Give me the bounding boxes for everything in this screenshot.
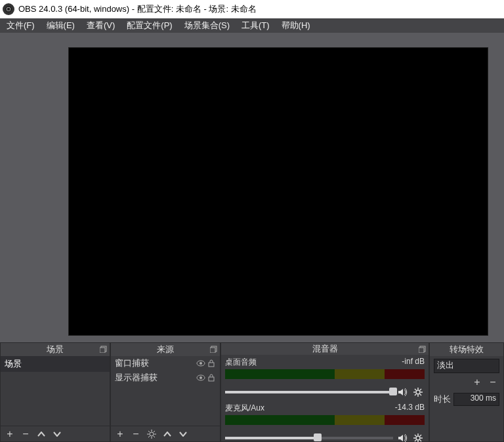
svg-line-21 (154, 431, 155, 432)
svg-line-20 (148, 436, 150, 437)
svg-line-29 (415, 389, 416, 390)
transitions-title-label: 转场特效 (450, 344, 484, 355)
svg-line-30 (420, 394, 421, 395)
svg-point-8 (200, 362, 202, 365)
volume-slider[interactable] (225, 391, 393, 393)
undock-icon[interactable] (210, 345, 218, 353)
add-transition-button[interactable]: + (471, 376, 484, 389)
svg-point-24 (416, 390, 420, 394)
svg-point-2 (7, 8, 10, 11)
volume-slider[interactable] (225, 437, 393, 439)
sources-title-label: 来源 (157, 344, 174, 355)
svg-line-18 (148, 431, 150, 432)
svg-rect-6 (210, 348, 215, 353)
dock-row: 场景 场景 + − 来源 窗口捕获 (0, 342, 504, 442)
scene-list: 场景 (1, 356, 110, 426)
workspace (0, 33, 504, 342)
mixer-channel: 麦克风/Aux -14.3 dB -60-55-50-45-40-35-30-2… (225, 403, 425, 442)
scenes-toolbar: + − (1, 426, 110, 441)
svg-line-41 (420, 435, 421, 436)
duration-input[interactable]: 300 ms (453, 393, 499, 406)
svg-line-40 (415, 440, 416, 441)
move-source-up-button[interactable] (161, 428, 174, 441)
channel-level: -inf dB (402, 357, 425, 368)
mixer-panel: 混音器 桌面音频 -inf dB -60-55-50-45-40-35-30-2… (220, 342, 429, 442)
scenes-panel-title: 场景 (1, 343, 110, 356)
scene-item[interactable]: 场景 (1, 356, 110, 372)
transitions-panel-title: 转场特效 (430, 343, 503, 356)
transitions-panel: 转场特效 淡出 + − 时长 300 ms (429, 342, 504, 442)
add-scene-button[interactable]: + (3, 428, 16, 441)
visibility-icon[interactable] (196, 373, 205, 382)
mute-icon[interactable] (396, 386, 409, 399)
svg-rect-23 (419, 348, 424, 353)
remove-scene-button[interactable]: − (19, 428, 32, 441)
channel-settings-icon[interactable] (411, 432, 425, 442)
undock-icon[interactable] (100, 345, 108, 353)
window-title: OBS 24.0.3 (64-bit, windows) - 配置文件: 未命名… (18, 3, 257, 15)
svg-rect-12 (209, 377, 214, 381)
menu-view[interactable]: 查看(V) (87, 20, 115, 31)
svg-line-31 (415, 394, 416, 395)
mixer-channel: 桌面音频 -inf dB -60-55-50-45-40-35-30-25-20… (225, 357, 425, 399)
titlebar: OBS 24.0.3 (64-bit, windows) - 配置文件: 未命名… (0, 0, 504, 18)
scenes-panel: 场景 场景 + − (0, 342, 110, 442)
channel-level: -14.3 dB (395, 403, 425, 414)
preview-canvas[interactable] (68, 47, 488, 336)
source-item-label: 显示器捕获 (115, 372, 196, 384)
audio-meter (225, 369, 425, 379)
menu-edit[interactable]: 编辑(E) (47, 20, 75, 31)
sources-panel: 来源 窗口捕获 显示器捕获 (110, 342, 220, 442)
svg-point-13 (150, 432, 154, 436)
channel-name: 麦克风/Aux (225, 403, 264, 414)
mute-icon[interactable] (396, 432, 409, 442)
menu-profile[interactable]: 配置文件(P) (127, 20, 172, 31)
add-source-button[interactable]: + (114, 428, 127, 441)
source-properties-button[interactable] (145, 428, 158, 441)
visibility-icon[interactable] (196, 359, 205, 368)
remove-transition-button[interactable]: − (486, 376, 499, 389)
source-item-label: 窗口捕获 (115, 357, 196, 369)
move-scene-down-button[interactable] (51, 428, 64, 441)
move-scene-up-button[interactable] (35, 428, 48, 441)
svg-line-39 (420, 440, 421, 441)
duration-label: 时长 (434, 393, 451, 405)
obs-logo-icon (3, 3, 14, 15)
mixer-body: 桌面音频 -inf dB -60-55-50-45-40-35-30-25-20… (221, 355, 429, 442)
transition-select[interactable]: 淡出 (434, 359, 499, 373)
svg-line-19 (154, 436, 155, 437)
lock-icon[interactable] (207, 359, 216, 368)
remove-source-button[interactable]: − (129, 428, 142, 441)
svg-rect-9 (209, 363, 214, 367)
svg-point-33 (416, 436, 420, 440)
menu-help[interactable]: 帮助(H) (282, 20, 310, 31)
menubar: 文件(F) 编辑(E) 查看(V) 配置文件(P) 场景集合(S) 工具(T) … (0, 18, 504, 33)
audio-meter (225, 415, 425, 425)
source-item[interactable]: 窗口捕获 (111, 356, 220, 371)
move-source-down-button[interactable] (177, 428, 190, 441)
sources-toolbar: + − (111, 426, 220, 441)
menu-file[interactable]: 文件(F) (7, 20, 35, 31)
sources-panel-title: 来源 (111, 343, 220, 356)
svg-line-32 (420, 389, 421, 390)
source-item[interactable]: 显示器捕获 (111, 371, 220, 385)
mixer-panel-title: 混音器 (221, 343, 429, 355)
channel-settings-icon[interactable] (411, 386, 425, 399)
undock-icon[interactable] (419, 345, 427, 353)
scenes-title-label: 场景 (47, 344, 64, 355)
channel-name: 桌面音频 (225, 357, 257, 368)
lock-icon[interactable] (207, 373, 216, 382)
source-list: 窗口捕获 显示器捕获 (111, 356, 220, 426)
svg-point-11 (200, 376, 202, 379)
menu-tools[interactable]: 工具(T) (242, 20, 270, 31)
svg-rect-4 (100, 348, 105, 353)
svg-line-38 (415, 435, 416, 436)
mixer-title-label: 混音器 (312, 343, 338, 355)
menu-scene-collection[interactable]: 场景集合(S) (184, 20, 230, 31)
